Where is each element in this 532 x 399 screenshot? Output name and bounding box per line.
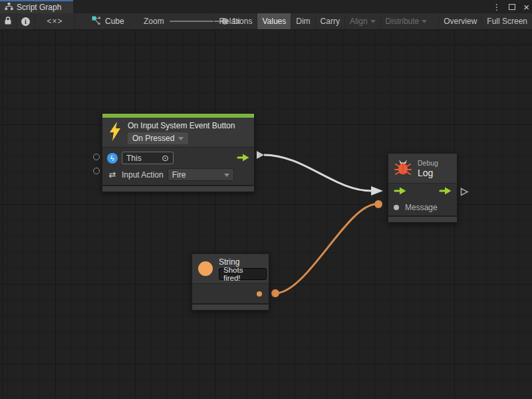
node-string-literal[interactable]: String Shots fired!	[192, 253, 269, 311]
debug-node-body: Message	[388, 183, 457, 215]
full-screen-button[interactable]: Full Screen	[481, 13, 532, 29]
node-on-input-system-event-button[interactable]: On Input System Event Button On Pressed …	[102, 113, 255, 192]
chevron-down-icon	[370, 20, 376, 26]
string-node-body	[192, 283, 269, 303]
wire-event-to-log	[264, 155, 372, 191]
script-graph-asset-icon	[92, 16, 101, 27]
chevron-down-icon	[224, 174, 229, 180]
close-icon[interactable]: ×	[523, 2, 529, 12]
maximize-icon[interactable]	[509, 4, 515, 10]
event-mode-dropdown[interactable]: On Pressed	[128, 132, 188, 144]
info-button[interactable]: i	[17, 13, 35, 29]
node-debug-log[interactable]: Debug Log	[388, 153, 458, 223]
message-input-port[interactable]	[394, 205, 399, 210]
info-icon: i	[21, 17, 30, 26]
debug-node-title: Log	[418, 168, 438, 178]
chevron-down-icon	[178, 137, 184, 143]
string-value-field[interactable]: Shots fired!	[219, 268, 267, 280]
bug-icon	[394, 158, 412, 178]
object-picker-icon[interactable]: ⊙	[162, 153, 169, 163]
event-node-body: ϟ This ⊙ ⇄ Input Action Fire	[102, 147, 254, 185]
message-port-label: Message	[405, 203, 438, 212]
event-target-row: ϟ This ⊙	[102, 150, 254, 166]
input-action-label: Input Action	[122, 170, 164, 180]
window-controls: ⋮ ×	[492, 0, 529, 13]
debug-flow-row	[388, 184, 457, 200]
toolbar-right-group: Relations Values Dim Carry Align Distrib…	[213, 13, 532, 29]
graph-toolbar: i <×> Cube Zoom 1x Relations Values Dim …	[0, 13, 532, 30]
string-node-header[interactable]: String Shots fired!	[192, 254, 269, 283]
string-node-footer	[192, 303, 269, 310]
graph-canvas[interactable]: On Input System Event Button On Pressed …	[0, 30, 532, 399]
context-object-label: Cube	[105, 17, 124, 26]
title-bar: Script Graph ⋮ ×	[0, 0, 532, 13]
zoom-label: Zoom	[144, 17, 164, 26]
code-toggle-button[interactable]: <×>	[35, 13, 75, 29]
trigger-output-port[interactable]	[237, 152, 249, 164]
wire-orange-end-dot	[374, 200, 382, 208]
graph-icon	[5, 3, 13, 12]
toolbar-left-group: i <×>	[0, 13, 75, 29]
gameobject-type-icon: ϟ	[107, 153, 118, 164]
code-icon: <×>	[47, 17, 63, 26]
target-field[interactable]: This ⊙	[122, 152, 174, 164]
relations-button[interactable]: Relations	[213, 13, 257, 29]
overview-button[interactable]: Overview	[438, 13, 481, 29]
string-node-title: String	[219, 257, 239, 267]
wire-orange-start-dot	[271, 289, 279, 297]
values-button[interactable]: Values	[257, 13, 291, 29]
more-menu-icon[interactable]: ⋮	[492, 3, 501, 11]
lightning-bolt-icon	[108, 122, 122, 144]
debug-node-category: Debug	[418, 159, 438, 167]
event-target-outer-port[interactable]	[93, 154, 100, 160]
event-node-title: On Input System Event Button	[128, 121, 235, 130]
chevron-down-icon	[422, 20, 427, 26]
event-action-row: ⇄ Input Action Fire	[102, 166, 254, 183]
tab-script-graph[interactable]: Script Graph	[0, 0, 73, 13]
log-exit-outer-port[interactable]	[460, 187, 469, 199]
input-action-dropdown[interactable]: Fire	[168, 168, 234, 181]
flow-output-port[interactable]	[439, 186, 452, 198]
flow-input-port[interactable]	[394, 186, 406, 198]
wire-white-arrowhead	[371, 186, 383, 196]
lock-button[interactable]	[0, 13, 17, 29]
dim-button[interactable]: Dim	[291, 13, 315, 29]
input-action-icon: ⇄	[107, 170, 118, 180]
event-node-footer	[102, 185, 254, 192]
event-action-outer-port[interactable]	[93, 168, 100, 174]
debug-node-header[interactable]: Debug Log	[388, 154, 457, 183]
lock-icon	[4, 16, 12, 27]
tab-label: Script Graph	[17, 3, 61, 12]
carry-button[interactable]: Carry	[315, 13, 344, 29]
event-node-header[interactable]: On Input System Event Button On Pressed	[102, 118, 254, 147]
debug-message-row: Message	[388, 200, 457, 215]
graph-context[interactable]: Cube	[92, 13, 124, 29]
string-output-port[interactable]	[257, 291, 262, 297]
string-type-icon	[198, 261, 213, 276]
wire-string-to-message	[275, 204, 376, 293]
debug-node-footer	[388, 215, 457, 222]
event-trigger-outer-port[interactable]	[257, 151, 264, 159]
align-button[interactable]: Align	[344, 13, 380, 29]
distribute-button[interactable]: Distribute	[380, 13, 432, 29]
